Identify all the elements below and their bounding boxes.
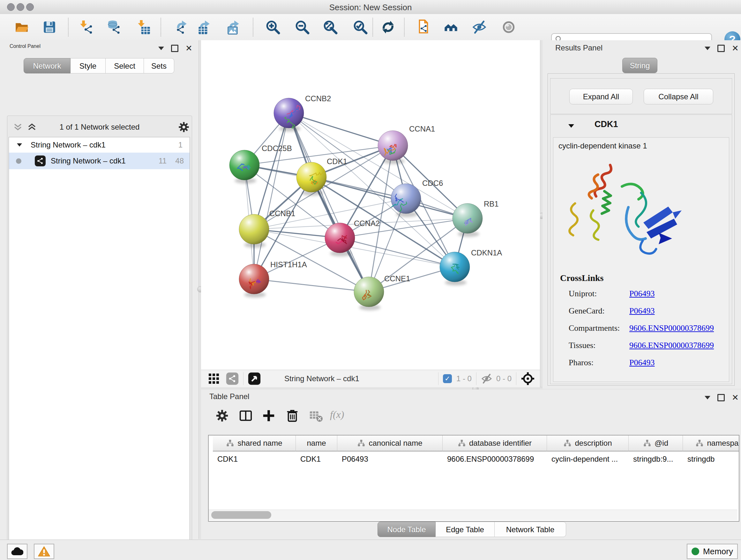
table-horizontal-scrollbar[interactable] — [209, 509, 738, 520]
export-network-icon[interactable] — [173, 19, 188, 35]
node-label: CDK1 — [327, 157, 347, 166]
string-network-graph[interactable]: CCNB2CCNA1CDC25BCDK1CDC6RB1CCNB1CCNA2CDK… — [201, 40, 540, 370]
toolbar-separator — [68, 18, 69, 37]
column-header-shared-name[interactable]: shared name — [213, 435, 296, 451]
network-row-selected[interactable]: String Network – cdk1 11 48 — [9, 152, 190, 169]
node-label: CDKN1A — [471, 248, 502, 257]
show-all-icon[interactable] — [501, 19, 516, 35]
create-column-icon[interactable] — [262, 409, 276, 423]
network-edge[interactable] — [289, 113, 393, 145]
table-cell[interactable]: 9606.ENSP00000378699 — [443, 452, 547, 466]
crosslink-link[interactable]: 9606.ENSP00000378699 — [629, 341, 714, 350]
tab-node-table[interactable]: Node Table — [378, 522, 435, 537]
network-edge[interactable] — [254, 279, 369, 292]
table-options-gear-icon[interactable] — [215, 409, 229, 423]
function-builder-icon[interactable]: f(x) — [330, 409, 344, 421]
tab-edge-table[interactable]: Edge Table — [435, 522, 495, 537]
panel-menu-icon[interactable] — [704, 47, 711, 50]
zoom-out-icon[interactable] — [294, 19, 310, 35]
zoom-fit-icon[interactable] — [323, 19, 338, 35]
table-cell[interactable]: CDK1 — [213, 452, 296, 466]
network-node-rb1[interactable]: RB1 — [453, 199, 499, 237]
add-annotation-icon[interactable] — [416, 19, 431, 35]
zoom-in-icon[interactable] — [265, 19, 280, 35]
network-share-icon[interactable] — [226, 372, 239, 385]
import-network-file-icon[interactable] — [78, 19, 94, 35]
delete-table-icon[interactable] — [309, 409, 323, 423]
column-header-canonical-name[interactable]: canonical name — [337, 435, 443, 451]
network-node-ccna2[interactable]: CCNA2 — [325, 219, 380, 256]
column-header-@id[interactable]: @id — [629, 435, 683, 451]
open-session-icon[interactable] — [14, 19, 29, 35]
table-cell[interactable]: P06493 — [337, 452, 443, 466]
protein-section-expander-icon[interactable] — [568, 124, 575, 128]
network-options-gear-icon[interactable] — [178, 121, 190, 133]
tab-select[interactable]: Select — [106, 58, 144, 73]
float-panel-icon[interactable] — [171, 45, 179, 52]
delete-column-icon[interactable] — [285, 409, 299, 423]
import-table-file-icon[interactable] — [136, 19, 151, 35]
column-header-name[interactable]: name — [296, 435, 337, 451]
warnings-button[interactable] — [34, 544, 54, 559]
node-label: RB1 — [484, 199, 499, 208]
zoom-selected-icon[interactable] — [353, 19, 368, 35]
table-cell[interactable]: stringdb — [683, 452, 739, 466]
expand-all-button[interactable]: Expand All — [569, 89, 633, 105]
panel-menu-icon[interactable] — [158, 47, 164, 50]
crosslink-row: Tissues:9606.ENSP00000378699 — [569, 341, 727, 350]
import-network-database-icon[interactable] — [106, 19, 121, 35]
scrollbar-thumb[interactable] — [211, 511, 271, 519]
toolbar-separator — [373, 18, 373, 37]
close-panel-icon[interactable]: ✕ — [185, 46, 192, 51]
network-node-cdk1[interactable]: CDK1 — [296, 157, 347, 196]
column-header-description[interactable]: description — [547, 435, 629, 451]
tab-network-table[interactable]: Network Table — [495, 522, 566, 537]
update-network-icon[interactable] — [381, 19, 396, 35]
column-header-database-identifier[interactable]: database identifier — [443, 435, 547, 451]
crosslink-link[interactable]: P06493 — [629, 289, 655, 299]
network-canvas[interactable]: CCNB2CCNA1CDC25BCDK1CDC6RB1CCNB1CCNA2CDK… — [201, 40, 540, 370]
collapse-all-button[interactable]: Collapse All — [644, 89, 713, 105]
float-panel-icon[interactable] — [718, 394, 725, 401]
float-panel-icon[interactable] — [718, 45, 725, 52]
hide-selected-icon[interactable] — [472, 19, 487, 35]
network-edge[interactable] — [254, 113, 289, 279]
export-image-icon[interactable] — [225, 19, 241, 35]
crosslink-link[interactable]: 9606.ENSP00000378699 — [629, 323, 714, 333]
network-type-icon — [35, 155, 46, 166]
network-node-count: 11 — [158, 157, 166, 165]
tab-style[interactable]: Style — [71, 58, 106, 73]
network-node-ccne1[interactable]: CCNE1 — [354, 274, 410, 310]
show-columns-icon[interactable] — [239, 409, 253, 423]
network-node-cdkn1a[interactable]: CDKN1A — [440, 248, 502, 286]
save-session-icon[interactable] — [42, 19, 57, 35]
network-collection-row[interactable]: String Network – cdk1 1 — [9, 137, 190, 152]
home-icon[interactable] — [443, 19, 459, 35]
fit-selected-crosshair-icon[interactable] — [521, 372, 535, 386]
panel-menu-icon[interactable] — [704, 396, 711, 399]
collection-expander-icon[interactable] — [17, 143, 22, 147]
crosslink-label: Pharos: — [569, 358, 629, 368]
open-in-window-icon[interactable] — [248, 372, 261, 385]
memory-button[interactable]: Memory — [687, 544, 738, 559]
tab-network[interactable]: Network — [23, 58, 71, 73]
table-cell[interactable]: cyclin-dependent ... — [547, 452, 629, 466]
crosslink-link[interactable]: P06493 — [629, 306, 655, 316]
export-table-icon[interactable] — [196, 19, 211, 35]
crosslink-link[interactable]: P06493 — [629, 358, 655, 368]
network-node-hist1h1a[interactable]: HIST1H1A — [239, 260, 307, 298]
close-panel-icon[interactable]: ✕ — [732, 395, 739, 400]
hidden-eye-icon — [481, 373, 492, 384]
selected-checkbox-icon[interactable]: ✓ — [443, 374, 452, 383]
birdseye-grid-icon[interactable] — [207, 372, 220, 385]
table-cell[interactable]: CDK1 — [296, 452, 337, 466]
network-node-cdc6[interactable]: CDC6 — [391, 179, 443, 217]
close-panel-icon[interactable]: ✕ — [732, 46, 739, 51]
column-header-namespace[interactable]: namespace — [683, 435, 739, 451]
cloud-status-button[interactable] — [7, 544, 27, 559]
network-status-dot — [16, 159, 21, 164]
tab-string[interactable]: String — [622, 58, 657, 73]
network-edge[interactable] — [312, 177, 468, 219]
table-cell[interactable]: stringdb:9... — [629, 452, 683, 466]
tab-sets[interactable]: Sets — [144, 58, 174, 73]
